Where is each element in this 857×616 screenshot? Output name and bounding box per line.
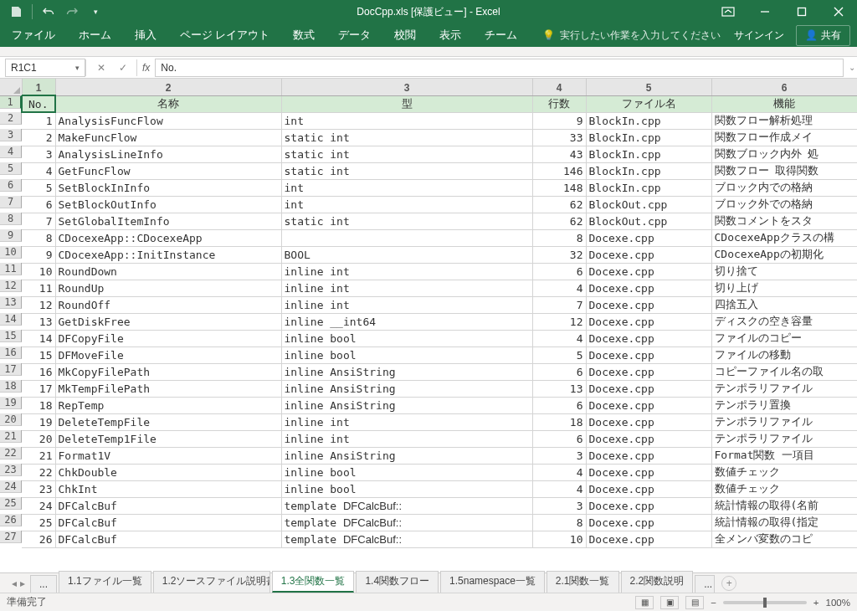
ribbon-tab-review[interactable]: 校閲 — [386, 24, 424, 47]
cell[interactable]: BlockIn.cpp — [586, 129, 711, 146]
formula-bar[interactable]: No. — [155, 59, 844, 77]
zoom-slider[interactable] — [723, 601, 807, 604]
sheet-tab[interactable]: 1.2ソースファイル説明書 — [153, 571, 270, 593]
cell[interactable]: Docexe.cpp — [586, 413, 711, 430]
row-header[interactable]: 21 — [0, 430, 22, 443]
cell[interactable]: BlockIn.cpp — [586, 146, 711, 162]
cell[interactable]: ChkDouble — [55, 464, 281, 480]
cell[interactable]: inline bool — [281, 346, 532, 363]
view-page-layout-icon[interactable]: ▣ — [660, 596, 679, 609]
row-header[interactable]: 6 — [0, 179, 22, 192]
cell[interactable]: 15 — [22, 346, 55, 363]
cell[interactable]: 関数フロー作成メイ — [711, 129, 857, 146]
cell[interactable]: 33 — [532, 129, 586, 146]
cell[interactable]: 4 — [532, 464, 586, 480]
cell[interactable]: 11 — [22, 280, 55, 296]
row-header[interactable]: 12 — [0, 280, 22, 292]
row-header[interactable]: 8 — [0, 213, 22, 225]
cell[interactable]: BOOL — [281, 246, 532, 263]
sheet-tab[interactable]: 1.3全関数一覧 — [272, 571, 355, 593]
row-header[interactable]: 24 — [0, 480, 22, 493]
cell[interactable]: int — [281, 196, 532, 213]
cell[interactable]: inline int — [281, 280, 532, 296]
cell[interactable]: 9 — [22, 246, 55, 263]
cell[interactable]: 32 — [532, 246, 586, 263]
cell[interactable]: ファイルの移動 — [711, 346, 857, 363]
row-header[interactable]: 17 — [0, 363, 22, 376]
cell[interactable]: static int — [281, 146, 532, 162]
cell[interactable]: Docexe.cpp — [586, 397, 711, 413]
cell[interactable]: inline AnsiString — [281, 363, 532, 380]
qat-customize-icon[interactable]: ▾ — [85, 2, 106, 22]
cell[interactable]: RoundUp — [55, 280, 281, 296]
cell[interactable]: テンポラリファイル — [711, 430, 857, 447]
cell[interactable]: 7 — [532, 296, 586, 313]
cell[interactable]: Docexe.cpp — [586, 229, 711, 246]
column-header[interactable]: 5 — [586, 79, 711, 95]
cell[interactable]: 8 — [22, 229, 55, 246]
cell[interactable]: 17 — [22, 380, 55, 397]
cell[interactable]: 6 — [532, 263, 586, 280]
table-header-cell[interactable]: 機能 — [711, 95, 857, 112]
add-sheet-button[interactable]: + — [721, 576, 736, 591]
view-page-break-icon[interactable]: ▤ — [685, 596, 704, 609]
column-header[interactable]: 6 — [711, 79, 857, 95]
cell[interactable]: inline AnsiString — [281, 447, 532, 464]
cell[interactable]: 6 — [532, 363, 586, 380]
table-header-cell[interactable]: 行数 — [532, 95, 586, 112]
cell[interactable]: template DFCalcBuf:: — [281, 531, 532, 547]
cell[interactable]: 8 — [532, 514, 586, 531]
cell[interactable]: int — [281, 112, 532, 129]
share-button[interactable]: 👤 共有 — [796, 25, 850, 46]
tell-me-search[interactable]: 💡 実行したい作業を入力してください — [532, 28, 721, 43]
ribbon-tab-team[interactable]: チーム — [476, 24, 526, 47]
row-header[interactable]: 2 — [0, 112, 22, 125]
row-header[interactable]: 14 — [0, 313, 22, 326]
cell[interactable]: ディスクの空き容量 — [711, 313, 857, 330]
cell[interactable]: BlockOut.cpp — [586, 213, 711, 229]
ribbon-tab-view[interactable]: 表示 — [431, 24, 470, 47]
cell[interactable]: 19 — [22, 413, 55, 430]
cell[interactable]: inline AnsiString — [281, 380, 532, 397]
ribbon-tab-file[interactable]: ファイル — [3, 24, 64, 47]
cell[interactable]: Docexe.cpp — [586, 480, 711, 497]
cell[interactable]: テンポラリファイル — [711, 413, 857, 430]
cell[interactable]: MkCopyFilePath — [55, 363, 281, 380]
cell[interactable]: static int — [281, 129, 532, 146]
row-header[interactable]: 18 — [0, 380, 22, 393]
cell[interactable]: inline int — [281, 413, 532, 430]
cell[interactable]: SetBlockOutInfo — [55, 196, 281, 213]
cell[interactable]: inline bool — [281, 464, 532, 480]
cell[interactable]: GetFuncFlow — [55, 162, 281, 179]
sheet-tab-more[interactable]: ... — [695, 575, 715, 593]
cell[interactable]: 18 — [532, 413, 586, 430]
cell[interactable]: 統計情報の取得(名前 — [711, 497, 857, 514]
cell[interactable]: inline AnsiString — [281, 397, 532, 413]
ribbon-tab-page-layout[interactable]: ページ レイアウト — [172, 24, 278, 47]
cell[interactable]: GetDiskFree — [55, 313, 281, 330]
cell[interactable]: 3 — [532, 447, 586, 464]
cell[interactable]: 16 — [22, 363, 55, 380]
formula-bar-expand-icon[interactable]: ⌄ — [849, 63, 855, 72]
cell[interactable]: 14 — [22, 330, 55, 346]
cell[interactable] — [281, 229, 532, 246]
cell[interactable]: Docexe.cpp — [586, 296, 711, 313]
cell[interactable]: ブロック内での格納 — [711, 179, 857, 196]
sheet-tab[interactable]: 2.1関数一覧 — [547, 571, 619, 593]
cell[interactable]: ファイルのコピー — [711, 330, 857, 346]
undo-icon[interactable] — [38, 2, 59, 22]
cell[interactable]: inline __int64 — [281, 313, 532, 330]
cell[interactable]: CDocexeAppクラスの構 — [711, 229, 857, 246]
row-header[interactable]: 13 — [0, 296, 22, 309]
row-header[interactable]: 9 — [0, 229, 22, 242]
chevron-down-icon[interactable]: ▾ — [75, 64, 80, 72]
column-header[interactable]: 4 — [532, 79, 586, 95]
cell[interactable]: BlockIn.cpp — [586, 179, 711, 196]
row-header[interactable]: 3 — [0, 129, 22, 141]
spreadsheet-grid[interactable]: 1 2 3 4 5 6 1No.名称型行数ファイル名機能21AnalysisFu… — [0, 79, 857, 572]
minimize-icon[interactable] — [747, 0, 783, 23]
cell[interactable]: 全メンバ変数のコピ — [711, 531, 857, 547]
sheet-tab[interactable]: 1.1ファイル一覧 — [59, 571, 151, 593]
table-header-cell[interactable]: 名称 — [55, 95, 281, 112]
ribbon-tab-data[interactable]: データ — [330, 24, 379, 47]
